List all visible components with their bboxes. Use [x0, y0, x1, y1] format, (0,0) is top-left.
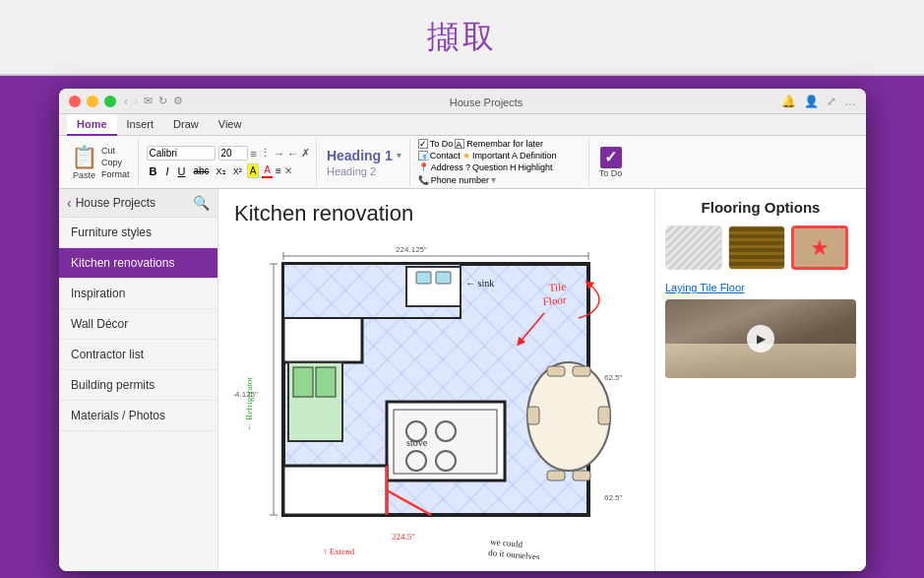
contact-tag[interactable]: 📧 Contact: [418, 151, 461, 161]
svg-text:Floor: Floor: [542, 293, 567, 307]
font-size-input[interactable]: [218, 146, 248, 161]
sidebar-item-inspiration[interactable]: Inspiration: [59, 279, 217, 309]
svg-text:do it ourselves: do it ourselves: [488, 547, 541, 559]
svg-text:Tile: Tile: [548, 281, 566, 293]
remember-tag[interactable]: A Remembar for later: [455, 139, 543, 149]
note-area: Kitchen renovation: [218, 189, 654, 571]
font-color-button[interactable]: A: [262, 163, 273, 178]
svg-text:← sink: ← sink: [465, 278, 494, 289]
sidebar-search-icon[interactable]: 🔍: [193, 195, 210, 211]
toolbar-icon-3: ⚙: [173, 95, 183, 107]
list-bullets-icon[interactable]: ≡: [251, 148, 257, 160]
flooring-wood[interactable]: [728, 225, 785, 270]
note-content: Kitchen renovation: [218, 189, 866, 571]
flooring-title: Flooring Options: [665, 199, 856, 216]
sidebar-items-list: Furniture styles Kitchen renovations Ins…: [59, 218, 217, 431]
nav-forward-icon[interactable]: ›: [134, 95, 138, 108]
svg-rect-11: [436, 272, 451, 284]
indent-increase-icon[interactable]: →: [274, 148, 284, 160]
sidebar-back-button[interactable]: ‹: [67, 195, 72, 211]
svg-rect-7: [293, 367, 313, 397]
svg-rect-9: [406, 267, 461, 306]
styles-group: Heading 1 ▾ Heading 2: [319, 138, 410, 186]
sidebar-item-contractor[interactable]: Contractor list: [59, 340, 217, 370]
subscript-button[interactable]: X₂: [215, 165, 228, 177]
close-button[interactable]: [69, 96, 81, 107]
svg-text:↑ Extend: ↑ Extend: [323, 546, 355, 556]
copy-button[interactable]: Copy: [101, 158, 130, 167]
format-button[interactable]: Format: [101, 169, 130, 179]
tab-draw[interactable]: Draw: [163, 114, 209, 135]
maximize-button[interactable]: [104, 96, 116, 107]
play-button[interactable]: ▶: [747, 325, 774, 353]
nav-back-icon[interactable]: ‹: [124, 95, 128, 108]
bell-icon: 🔔: [781, 95, 796, 108]
tab-view[interactable]: View: [209, 114, 252, 135]
tags-group: ✓ To Do A Remembar for later 📧 Contact ★…: [412, 138, 589, 186]
sidebar-item-materials[interactable]: Materials / Photos: [59, 401, 217, 431]
user-icon: 👤: [804, 95, 819, 108]
phone-tag[interactable]: 📞 Phone number: [418, 174, 489, 185]
address-tag[interactable]: 📍 Address: [418, 162, 463, 172]
svg-text:stove: stove: [406, 437, 428, 448]
underline-button[interactable]: U: [175, 164, 189, 178]
font-family-input[interactable]: [147, 146, 216, 161]
paste-button[interactable]: 📋 Paste: [71, 145, 97, 180]
video-thumbnail[interactable]: ▶: [665, 299, 856, 378]
italic-button[interactable]: I: [162, 164, 171, 178]
bold-button[interactable]: B: [147, 164, 160, 178]
svg-rect-19: [527, 407, 539, 424]
clear-button[interactable]: ✕: [284, 165, 292, 176]
clear-format-icon[interactable]: ✗: [301, 147, 310, 160]
ribbon-content: 📋 Paste Cut Copy Format ≡ ⋮ → ←: [59, 136, 866, 189]
heading2-button[interactable]: Heading 2: [327, 165, 401, 177]
indent-decrease-icon[interactable]: ←: [287, 148, 298, 160]
dots-icon[interactable]: …: [844, 95, 856, 108]
sidebar-item-permits[interactable]: Building permits: [59, 370, 217, 401]
floor-plan: Tile Floor ← sink stove ← Refrigerator: [234, 234, 654, 559]
minimize-button[interactable]: [87, 96, 98, 107]
important-tag[interactable]: ★ Important: [462, 151, 510, 161]
font-group: ≡ ⋮ → ← ✗ B I U abc X₂ X² A A ≡ ✕: [141, 138, 317, 186]
strikethrough-button[interactable]: abc: [191, 164, 211, 177]
list-numbers-icon[interactable]: ⋮: [260, 147, 271, 160]
svg-rect-10: [416, 272, 431, 284]
definition-tag[interactable]: A Definition: [512, 151, 557, 161]
sidebar: ‹ House Projects 🔍 Furniture styles Kitc…: [59, 189, 218, 571]
flooring-marble[interactable]: [665, 225, 722, 270]
superscript-button[interactable]: X²: [231, 165, 244, 177]
ribbon-tabs: Home Insert Draw View: [59, 114, 866, 136]
highlight-color-button[interactable]: A: [247, 163, 260, 178]
video-link[interactable]: Laying Tile Floor: [665, 282, 856, 293]
svg-text:counter: counter: [323, 557, 349, 559]
svg-text:← Refrigerator: ← Refrigerator: [244, 377, 254, 431]
svg-rect-23: [547, 471, 565, 481]
svg-rect-21: [547, 366, 565, 376]
svg-text:62.5": 62.5": [604, 373, 623, 382]
expand-icon[interactable]: ⤢: [827, 95, 836, 108]
sidebar-item-kitchen[interactable]: Kitchen renovations: [59, 248, 217, 279]
heading1-button[interactable]: Heading 1 ▾: [327, 148, 401, 163]
todo-tag[interactable]: ✓ To Do: [418, 139, 454, 149]
window-title: House Projects: [450, 96, 524, 108]
svg-rect-8: [316, 367, 336, 397]
flooring-tile[interactable]: ★: [791, 225, 848, 270]
svg-rect-20: [598, 407, 610, 424]
traffic-lights: [69, 96, 116, 107]
todo-checkbox[interactable]: ✓: [600, 147, 622, 168]
sidebar-item-wall-decor[interactable]: Wall Décor: [59, 309, 217, 340]
sidebar-item-furniture[interactable]: Furniture styles: [59, 218, 217, 248]
tab-insert[interactable]: Insert: [117, 114, 164, 135]
svg-text:62.5": 62.5": [604, 493, 623, 502]
cut-button[interactable]: Cut: [101, 146, 130, 156]
todo-group: ✓ To Do: [591, 138, 631, 186]
svg-rect-24: [573, 471, 590, 481]
svg-text:224.5": 224.5": [392, 532, 415, 542]
tab-home[interactable]: Home: [67, 114, 117, 136]
question-tag[interactable]: ? Question: [465, 162, 508, 172]
align-button[interactable]: ≡: [276, 165, 281, 176]
note-title: Kitchen renovation: [234, 201, 639, 226]
highlight-tag[interactable]: H Highlight: [510, 162, 553, 172]
flooring-options: ★: [665, 225, 856, 270]
app-title: 擷取: [427, 16, 498, 59]
